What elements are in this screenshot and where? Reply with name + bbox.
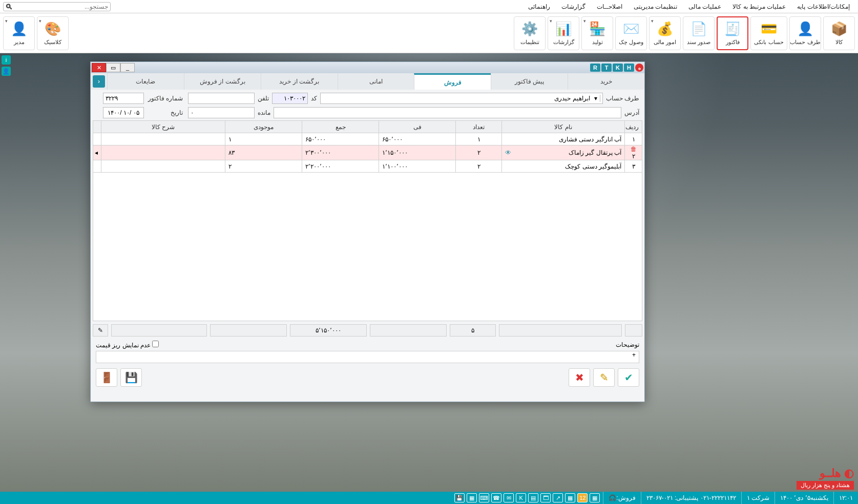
exit-button[interactable]: 🚪 [96,368,117,387]
cell-fee[interactable]: ۱٬۱۰۰٬۰۰۰ [379,160,456,173]
tool-invoice[interactable]: 🧾فاکتور [717,16,748,50]
status-icon-11[interactable]: ▦ [467,493,477,502]
cell-qty[interactable]: ۲ [456,145,502,160]
window-min-button[interactable]: _ [120,63,135,72]
side-user-icon[interactable]: 👤 [2,67,11,76]
hdr-sum: جمع [302,121,379,133]
side-info-icon[interactable]: i [2,55,11,65]
cell-row-num: 🗑 ۲ [625,145,642,160]
cell-stock: ۸۳ [225,145,302,160]
window-close-button[interactable]: ✕ [92,63,106,72]
cell-qty[interactable]: ۲ [456,160,502,173]
palette-icon: 🎨 [45,21,61,37]
grid-edit-icon[interactable]: ✎ [93,324,108,337]
status-sales: فروش: 🎧 [603,492,640,504]
cell-qty[interactable]: ۱ [456,133,502,145]
tool-reports[interactable]: ▾📊گزارشات [548,16,579,50]
tool-account[interactable]: 👤طرف حساب [789,16,821,50]
toolbar-left-group: ▾🎨کلاسیک ▾👤مدیر [3,16,69,50]
label-balance: مانده [258,109,270,116]
window-max-button[interactable]: ▭ [106,63,120,72]
quick-r[interactable]: R [590,64,600,72]
tab-buy[interactable]: خرید [568,73,644,90]
status-icon-1[interactable]: ▦ [590,493,600,502]
menu-base[interactable]: إمكانات/اطلاعات پایه [792,1,855,12]
chevron-down-icon: ▾ [592,95,600,102]
invoice-grid: ردیف نام کالا تعداد فی جمع موجودی شرح کا… [91,120,644,321]
save-button[interactable]: 💾 [120,368,142,387]
search-input[interactable] [14,3,108,10]
phone-input[interactable] [188,93,255,104]
status-icon-3[interactable]: ▦ [565,493,575,502]
tool-settings[interactable]: ⚙️تنظیمات [514,16,546,50]
tool-voucher[interactable]: 📄صدور سند [683,16,715,50]
menu-goods[interactable]: عملیات مرتبط به کالا [727,1,791,12]
tab-sell[interactable]: فروش [414,73,491,90]
row-indicator [93,133,101,145]
cancel-button[interactable]: ✖ [569,368,590,387]
confirm-button[interactable]: ✔ [618,368,639,387]
cell-desc[interactable] [101,160,225,173]
tool-fin[interactable]: ▾💰امور مالی [649,16,681,50]
status-icon-10[interactable]: ⌨ [479,493,489,502]
menu-reports[interactable]: گزارشات [556,1,591,12]
menu-manage[interactable]: تنظیمات مدیریتی [629,1,682,12]
status-icon-8[interactable]: ✉ [504,493,514,502]
status-icon-9[interactable]: ☎ [491,493,501,502]
cell-fee[interactable]: ۱٬۱۵۰٬۰۰۰ [379,145,456,160]
account-input[interactable] [323,93,592,103]
status-icon-7[interactable]: K [516,493,526,502]
cell-name[interactable]: آبلیموگیر دستی کوچک [502,160,625,173]
tool-cheque[interactable]: ✉️وصول چک [615,16,647,50]
cell-name[interactable]: آب پرتقال گیر زاماک 👁 [502,145,625,160]
cell-desc[interactable] [101,145,225,160]
status-icon-5[interactable]: 🗔 [540,493,551,502]
account-combo[interactable]: ▾ [320,93,603,104]
tool-user[interactable]: ▾👤مدیر [3,16,35,50]
status-icon-cal[interactable]: 12 [577,493,588,502]
cell-desc[interactable] [101,133,225,145]
menu-help[interactable]: راهنمائی [523,1,555,12]
tool-prod[interactable]: ▾🏪تولید [581,16,613,50]
cell-fee[interactable]: ۶۵۰٬۰۰۰ [379,133,456,145]
table-row[interactable]: ۱آب انارگیر دستی فشاری۱۶۵۰٬۰۰۰۶۵۰٬۰۰۰۱ [93,133,642,145]
code-input[interactable] [272,93,308,104]
hide-price-checkbox[interactable] [152,341,159,347]
tab-trust[interactable]: امانی [338,73,414,90]
main-toolbar: 📦کالا 👤طرف حساب 💳حساب بانکی 🧾فاکتور 📄صدو… [0,13,858,53]
cell-stock: ۲ [225,160,302,173]
menu-corrections[interactable]: اصلاحــات [592,1,627,12]
quick-k[interactable]: K [613,64,623,72]
search-box[interactable] [3,2,111,11]
status-icon-12[interactable]: 💾 [454,493,465,502]
tabs-back-button[interactable]: ‹ [93,75,105,88]
status-icon-6[interactable]: ▤ [528,493,538,502]
toolbar-main-group: 📦کالا 👤طرف حساب 💳حساب بانکی 🧾فاکتور 📄صدو… [514,16,855,50]
table-row[interactable]: ۳آبلیموگیر دستی کوچک۲۱٬۱۰۰٬۰۰۰۲٬۲۰۰٬۰۰۰۲ [93,160,642,173]
quick-h[interactable]: H [624,64,634,72]
tab-return-buy[interactable]: برگشت از خرید [261,73,338,90]
checkbox-hide-price[interactable]: عدم نمایش ریز قیمت [96,341,159,349]
menu-finance[interactable]: عملیات مالی [683,1,726,12]
tab-waste[interactable]: ضایعات [107,73,184,90]
status-icon-4[interactable]: ↗ [553,493,563,502]
invoice-form: طرف حساب ▾ کد تلفن آدرس مانده شماره فاکت… [91,90,644,120]
cell-name[interactable]: آب انارگیر دستی فشاری [502,133,625,145]
label-code: کد [311,95,317,102]
edit-button[interactable]: ✎ [593,368,615,387]
tool-bank[interactable]: 💳حساب بانکی [750,16,787,50]
invoice-no-input[interactable] [103,93,144,104]
tool-goods[interactable]: 📦کالا [823,16,855,50]
card-icon: 💳 [761,21,777,37]
tab-return-sell[interactable]: برگشت از فروش [184,73,261,90]
address-input[interactable] [274,107,621,118]
envelope-icon: ✉️ [623,21,639,37]
grid-empty-area[interactable] [93,173,642,321]
tool-theme[interactable]: ▾🎨کلاسیک [37,16,69,50]
tab-preinvoice[interactable]: پیش فاکتور [491,73,568,90]
table-row[interactable]: 🗑 ۲آب پرتقال گیر زاماک 👁۲۱٬۱۵۰٬۰۰۰۲٬۳۰۰٬… [93,145,642,160]
date-input[interactable] [103,107,144,118]
quick-t[interactable]: T [601,64,612,72]
label-phone: تلفن [258,95,269,102]
description-input[interactable]: + [96,351,639,363]
